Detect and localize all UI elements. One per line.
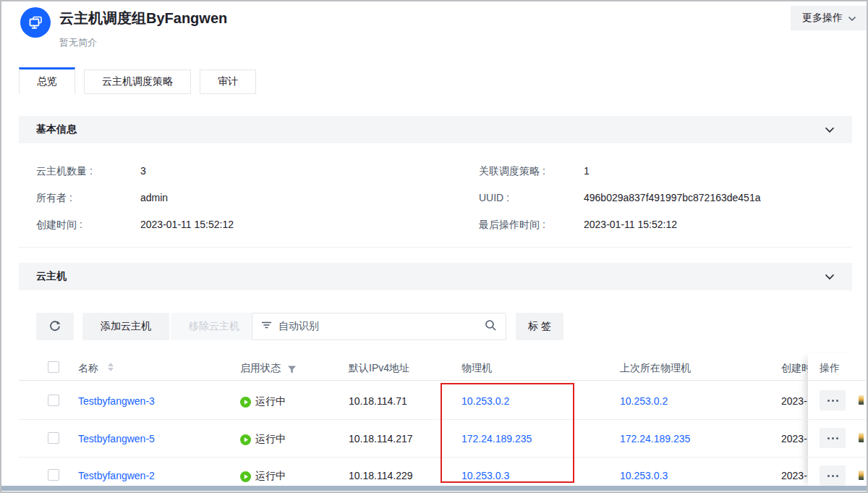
tag-button[interactable]: 标 签 [516, 313, 563, 340]
row-actions-button[interactable] [820, 390, 846, 410]
col-header-ipv4: 默认IPv4地址 [349, 362, 409, 375]
select-all-checkbox[interactable] [48, 361, 59, 373]
vm-state-label: 运行中 [255, 395, 286, 408]
search-box[interactable] [252, 313, 506, 340]
tab-overview-label: 总览 [37, 75, 57, 88]
col-header-host: 物理机 [461, 362, 492, 375]
search-icon[interactable] [485, 319, 497, 334]
field-value-last-op-time: 2023-01-11 15:52:12 [584, 219, 677, 230]
vm-name-link[interactable]: Testbyfangwen-5 [78, 433, 155, 444]
vm-last-host-link[interactable]: 10.253.0.2 [620, 395, 668, 407]
field-value-create-time: 2023-01-11 15:52:12 [140, 219, 234, 230]
vm-state: 运行中 [240, 395, 286, 408]
field-label-policy-count: 关联调度策略 : [479, 165, 545, 178]
remove-vm-button[interactable]: 移除云主机 [171, 313, 258, 340]
vm-state-label: 运行中 [255, 470, 286, 483]
refresh-icon [48, 319, 61, 334]
field-value-uuid: 496b029a837f491997bc872163de451a [584, 192, 760, 203]
tab-overview[interactable]: 总览 [19, 67, 75, 94]
running-state-icon [240, 434, 251, 445]
running-state-icon [240, 397, 251, 408]
vm-state: 运行中 [240, 433, 286, 446]
field-label-last-op-time: 最后操作时间 : [479, 219, 545, 232]
refresh-button[interactable] [36, 313, 74, 340]
field-value-owner: admin [140, 192, 168, 203]
tab-audit-label: 审计 [218, 75, 238, 88]
tab-scheduling-policy[interactable]: 云主机调度策略 [84, 69, 191, 94]
row-divider [19, 419, 866, 420]
clipped-console-icon[interactable] [859, 395, 864, 405]
vm-ipv4: 10.18.114.229 [349, 470, 413, 481]
vm-scheduling-group-icon [20, 7, 51, 38]
vm-host-link[interactable]: 172.24.189.235 [461, 433, 532, 444]
vm-create-time-clipped: 2023- [781, 433, 807, 444]
row-divider [19, 457, 866, 458]
tag-label: 标 签 [528, 320, 551, 333]
tab-scheduling-policy-label: 云主机调度策略 [102, 75, 173, 88]
vm-section-title: 云主机 [36, 270, 67, 283]
vm-create-time-clipped: 2023- [781, 395, 807, 407]
basic-info-title: 基本信息 [36, 123, 77, 136]
sort-icon[interactable] [108, 363, 114, 371]
field-value-policy-count: 1 [584, 165, 590, 177]
vm-name-link[interactable]: Testbyfangwen-2 [78, 470, 155, 481]
card-divider [19, 247, 852, 248]
field-label-owner: 所有者 : [36, 192, 72, 205]
vm-state-label: 运行中 [255, 433, 286, 446]
row-checkbox[interactable] [48, 432, 59, 444]
filter-lines-icon[interactable] [261, 320, 272, 333]
row-checkbox[interactable] [48, 395, 59, 406]
row-checkbox[interactable] [48, 469, 59, 481]
page-subtitle: 暂无简介 [59, 36, 97, 49]
clipped-console-icon[interactable] [859, 471, 864, 480]
fixed-actions-column: 操作 [808, 353, 866, 488]
vm-create-time-clipped: 2023- [781, 470, 807, 481]
basic-info-section-header: 基本信息 [19, 116, 852, 143]
search-input[interactable] [278, 321, 478, 332]
collapse-chevron-icon[interactable] [825, 270, 835, 283]
vm-ipv4: 10.18.114.71 [349, 395, 407, 407]
more-actions-button[interactable]: 更多操作 [791, 6, 867, 30]
collapse-chevron-icon[interactable] [825, 123, 835, 136]
vm-host-link[interactable]: 10.253.0.2 [461, 395, 509, 407]
field-value-vm-count: 3 [140, 165, 146, 177]
remove-vm-label: 移除云主机 [189, 320, 239, 333]
funnel-filter-icon[interactable] [287, 364, 297, 377]
field-label-vm-count: 云主机数量 : [36, 165, 93, 178]
vm-ipv4: 10.18.114.217 [349, 433, 413, 444]
col-header-last-host: 上次所在物理机 [620, 362, 691, 375]
tab-bar: 总览 云主机调度策略 审计 [19, 67, 265, 94]
horizontal-scrollbar-thumb[interactable] [1, 486, 867, 491]
vm-name-link[interactable]: Testbyfangwen-3 [78, 395, 155, 407]
tab-audit[interactable]: 审计 [200, 69, 256, 94]
vm-host-link[interactable]: 10.253.0.3 [461, 470, 509, 481]
col-header-name: 名称 [78, 362, 98, 375]
add-vm-label: 添加云主机 [101, 320, 151, 333]
vm-last-host-link[interactable]: 172.24.189.235 [620, 433, 690, 444]
chevron-down-icon [848, 12, 856, 24]
vm-section-header: 云主机 [19, 263, 852, 290]
col-header-state: 启用状态 [240, 362, 281, 375]
page: 云主机调度组ByFangwen 暂无简介 更多操作 总览 云主机调度策略 审计 … [0, 0, 868, 493]
add-vm-button[interactable]: 添加云主机 [82, 313, 169, 340]
table-header-divider [19, 380, 866, 381]
row-actions-button[interactable] [820, 465, 846, 486]
col-header-actions: 操作 [820, 362, 840, 375]
vm-last-host-link[interactable]: 10.253.0.3 [620, 470, 668, 481]
clipped-console-icon[interactable] [859, 433, 864, 442]
running-state-icon [240, 471, 251, 482]
field-label-create-time: 创建时间 : [36, 219, 82, 232]
page-title: 云主机调度组ByFangwen [59, 9, 227, 28]
field-label-uuid: UUID : [479, 192, 509, 203]
row-actions-button[interactable] [820, 428, 846, 448]
more-actions-label: 更多操作 [802, 12, 843, 25]
vm-state: 运行中 [240, 470, 286, 483]
